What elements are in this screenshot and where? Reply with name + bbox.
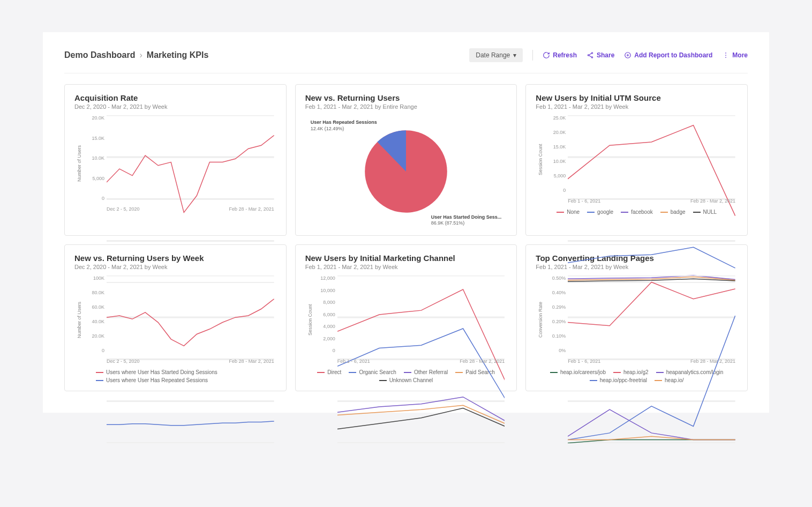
chart: Session Count 12,000 10,000 8,000 6,000 … (305, 275, 507, 364)
y-axis-label: Conversion Rate (536, 275, 543, 364)
pie-svg (363, 129, 449, 214)
more-menu[interactable]: More (722, 51, 748, 59)
card-subtitle: Feb 1, 2021 - Mar 2, 2021 by Week (536, 103, 738, 110)
card-title: New vs. Returning Users (305, 93, 507, 102)
chevron-down-icon: ▾ (513, 51, 516, 59)
y-ticks: 0.50% 0.40% 0.29% 0.20% 0.10% 0% (545, 275, 566, 353)
svg-point-1 (588, 55, 589, 56)
y-ticks: 100K 80.0K 60.0K 40.0K 20.0K 0 (84, 275, 104, 353)
divider (532, 50, 533, 61)
pie-label-repeated: User Has Repeated Sessions 12.4K (12.49%… (311, 120, 377, 132)
chevron-right-icon: › (139, 50, 142, 60)
pie-chart: User Has Repeated Sessions 12.4K (12.49%… (305, 115, 507, 228)
line-chart (107, 115, 274, 283)
date-range-dropdown[interactable]: Date Range ▾ (469, 48, 523, 62)
chart: Session Count 25.0K 20.0K 15.0K 10.0K 5,… (536, 115, 738, 204)
svg-point-4 (725, 53, 726, 54)
svg-point-6 (725, 57, 726, 58)
card-acquisition-rate[interactable]: Acquisition Rate Dec 2, 2020 - Mar 2, 20… (64, 84, 287, 236)
y-axis-label: Number of Users (74, 275, 82, 364)
card-new-vs-returning[interactable]: New vs. Returning Users Feb 1, 2021 - Ma… (295, 84, 517, 236)
date-range-label: Date Range (476, 51, 510, 59)
card-marketing-channel[interactable]: New Users by Initial Marketing Channel F… (295, 244, 517, 391)
refresh-icon (543, 51, 550, 59)
breadcrumb-current: Marketing KPIs (147, 50, 209, 60)
refresh-label: Refresh (553, 51, 577, 59)
header-bar: Demo Dashboard › Marketing KPIs Date Ran… (64, 48, 748, 73)
y-axis-label: Session Count (536, 115, 543, 204)
dashboard-frame: Demo Dashboard › Marketing KPIs Date Ran… (43, 32, 769, 413)
x-ticks: Feb 1 - 6, 2021 Feb 28 - Mar 2, 2021 (568, 198, 735, 204)
toolbar: Date Range ▾ Refresh Share Add Report to… (469, 48, 748, 62)
kebab-icon (722, 51, 730, 59)
x-ticks: Feb 1 - 6, 2021 Feb 28 - Mar 2, 2021 (568, 359, 735, 364)
card-subtitle: Dec 2, 2020 - Mar 2, 2021 by Week (74, 103, 276, 110)
x-ticks: Dec 2 - 5, 2020 Feb 28 - Mar 2, 2021 (107, 359, 274, 364)
svg-point-0 (591, 53, 592, 54)
card-subtitle: Feb 1, 2021 - Mar 2, 2021 by Entire Rang… (305, 103, 507, 110)
refresh-button[interactable]: Refresh (543, 51, 577, 59)
share-icon (587, 51, 594, 59)
svg-point-5 (725, 55, 726, 56)
y-ticks: 25.0K 20.0K 15.0K 10.0K 5,000 0 (545, 115, 566, 193)
chart: Number of Users 100K 80.0K 60.0K 40.0K 2… (74, 275, 276, 364)
y-ticks: 20.0K 15.0K 10.0K 5,000 0 (84, 115, 104, 201)
share-label: Share (597, 51, 614, 59)
card-title: New Users by Initial Marketing Channel (305, 253, 507, 263)
y-axis-label: Number of Users (74, 115, 82, 212)
breadcrumb-root[interactable]: Demo Dashboard (64, 50, 135, 60)
svg-point-2 (591, 57, 592, 58)
x-ticks: Dec 2 - 5, 2020 Feb 28 - Mar 2, 2021 (107, 206, 274, 212)
more-label: More (732, 51, 748, 59)
card-subtitle: Feb 1, 2021 - Mar 2, 2021 by Week (305, 264, 507, 270)
plus-circle-icon (624, 51, 631, 59)
pie-label-started: User Has Started Doing Sess... 86.9K (87… (431, 214, 502, 227)
y-axis-label: Session Count (305, 275, 313, 364)
card-utm-source[interactable]: New Users by Initial UTM Source Feb 1, 2… (525, 84, 748, 236)
card-title: Acquisition Rate (74, 93, 276, 102)
x-ticks: Feb 1 - 6, 2021 Feb 28 - Mar 2, 2021 (337, 359, 505, 364)
y-ticks: 12,000 10,000 8,000 6,000 4,000 2,000 0 (315, 275, 335, 353)
share-button[interactable]: Share (587, 51, 614, 59)
card-title: New Users by Initial UTM Source (536, 93, 738, 102)
add-report-label: Add Report to Dashboard (634, 51, 712, 59)
cards-grid: Acquisition Rate Dec 2, 2020 - Mar 2, 20… (64, 84, 748, 391)
chart: Conversion Rate 0.50% 0.40% 0.29% 0.20% … (536, 275, 738, 364)
chart: Number of Users 20.0K 15.0K 10.0K 5,000 … (74, 115, 276, 212)
add-report-button[interactable]: Add Report to Dashboard (624, 51, 712, 59)
breadcrumb: Demo Dashboard › Marketing KPIs (64, 50, 208, 60)
